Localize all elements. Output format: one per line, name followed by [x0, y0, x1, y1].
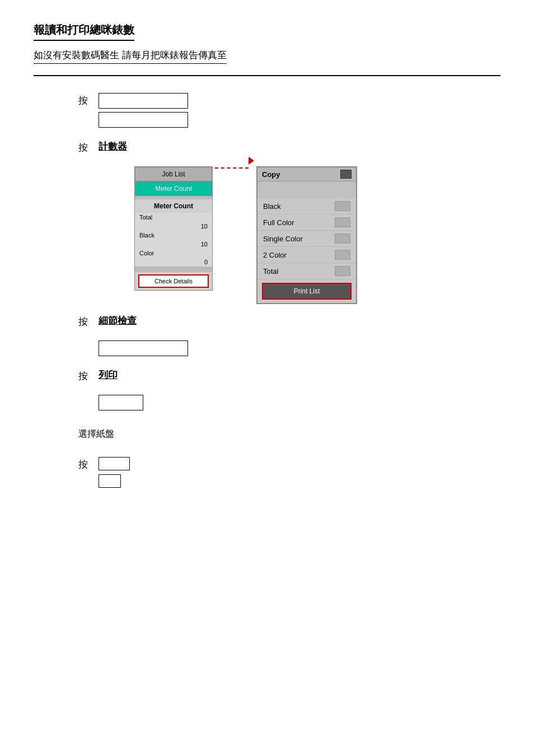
step-1: 按 [78, 93, 500, 128]
step-3: 按 細節檢查 [78, 314, 500, 328]
step-4-box[interactable] [99, 395, 143, 410]
right-total-label: Total [263, 267, 278, 276]
right-black-label: Black [263, 202, 281, 211]
left-panel: Job List Meter Count Meter Count Total 1… [134, 166, 213, 291]
check-details-button[interactable]: Check Details [138, 274, 209, 288]
bottom-step-section: 按 [78, 457, 500, 490]
right-total-bar [335, 266, 350, 276]
bottom-step-prefix: 按 [78, 458, 94, 471]
right-row-total: Total [257, 263, 356, 279]
black-label: Black [139, 232, 154, 239]
color-value: 0 [204, 259, 208, 265]
right-row-singlecolor: Single Color [257, 231, 356, 247]
subtitle: 如沒有安裝數碼醫生 請每月把咪錶報告傳真至 [34, 49, 227, 64]
right-panel-header: Copy [257, 167, 356, 181]
right-2color-bar [335, 250, 350, 260]
total-label: Total [139, 214, 152, 221]
bottom-step: 按 [78, 457, 500, 471]
divider [34, 75, 500, 76]
meter-count-btn[interactable]: Meter Count [135, 181, 212, 196]
total-row: Total [135, 213, 212, 222]
bottom-step-box2-area [99, 474, 500, 490]
color-label: Color [139, 250, 154, 256]
right-row-fullcolor: Full Color [257, 214, 356, 231]
mockup-area: Job List Meter Count Meter Count Total 1… [134, 166, 500, 304]
right-row-black: Black [257, 198, 356, 214]
step-3-box-area [99, 340, 500, 358]
black-row: Black [135, 231, 212, 240]
step-2-label: 計數器 [99, 140, 127, 153]
total-value: 10 [201, 223, 208, 230]
step-2-prefix: 按 [78, 141, 94, 154]
copy-label: Copy [262, 170, 280, 179]
step-4-box-area [99, 395, 500, 413]
black-value-row: 10 [135, 240, 212, 249]
meter-count-title: Meter Count [135, 199, 212, 213]
bottom-step-box2[interactable] [99, 474, 121, 488]
main-title: 報讀和打印總咪錶數 [34, 22, 134, 41]
select-tray-label: 選擇紙盤 [78, 428, 500, 440]
step-1-prefix: 按 [78, 94, 94, 107]
bottom-step-box1[interactable] [99, 457, 130, 470]
arrow-line [215, 167, 249, 169]
right-fullcolor-bar [335, 217, 350, 227]
right-panel: Copy Black Full Color Single Color 2 Col… [256, 166, 357, 304]
job-list-btn[interactable]: Job List [135, 167, 212, 181]
color-value-row: 0 [135, 258, 212, 267]
black-value: 10 [201, 241, 208, 248]
print-list-button[interactable]: Print List [262, 283, 352, 300]
step-3-section: 按 細節檢查 [78, 314, 500, 358]
total-value-row: 10 [135, 222, 212, 231]
step-4-section: 按 列印 [78, 368, 500, 413]
step-3-box[interactable] [99, 340, 188, 356]
right-panel-spacer [257, 181, 356, 198]
step-4-label: 列印 [99, 368, 118, 381]
arrow [215, 166, 254, 181]
step-2: 按 計數器 [78, 140, 500, 154]
step-3-label: 細節檢查 [99, 314, 137, 327]
panel-spacer-3 [135, 270, 212, 272]
step-1-box1[interactable] [99, 93, 188, 109]
right-fullcolor-label: Full Color [263, 218, 294, 227]
right-singlecolor-label: Single Color [263, 235, 303, 243]
step-1-box2[interactable] [99, 112, 188, 128]
color-row: Color [135, 249, 212, 258]
right-row-2color: 2 Color [257, 247, 356, 263]
step-4: 按 列印 [78, 368, 500, 382]
arrow-head [249, 157, 254, 165]
right-singlecolor-bar [335, 234, 350, 244]
step-4-prefix: 按 [78, 370, 94, 382]
step-1-boxes [99, 93, 188, 128]
right-black-bar [335, 201, 350, 211]
step-3-prefix: 按 [78, 315, 94, 328]
right-2color-label: 2 Color [263, 251, 287, 259]
select-tray-section: 選擇紙盤 [78, 428, 500, 440]
title-section: 報讀和打印總咪錶數 如沒有安裝數碼醫生 請每月把咪錶報告傳真至 [34, 22, 500, 64]
step-2-section: 按 計數器 Job List Meter Count Meter Count T… [78, 140, 500, 304]
header-box [340, 170, 352, 179]
